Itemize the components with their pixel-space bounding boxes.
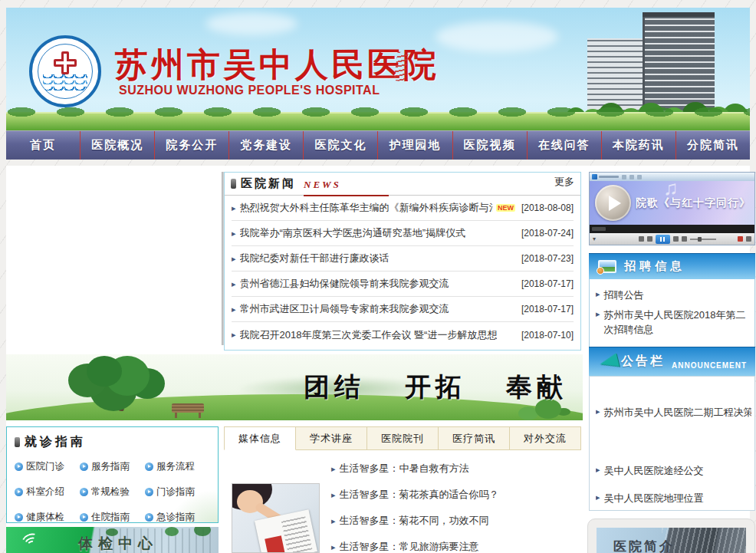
- next-icon[interactable]: [673, 236, 679, 242]
- news-link[interactable]: 我院举办“南京医科大学医患沟通研究基地”揭牌仪式: [240, 226, 466, 240]
- recruitment-title: 招聘信息: [624, 259, 685, 274]
- hospital-logo[interactable]: [29, 35, 101, 107]
- media-link[interactable]: 生活智多星：中暑自救有方法: [340, 462, 469, 476]
- volume-slider[interactable]: [690, 239, 716, 240]
- guide-link-lab-tests[interactable]: 常规检验: [80, 486, 145, 499]
- tab-medical-news[interactable]: 医疗简讯: [439, 426, 510, 450]
- guide-link-inpatient[interactable]: 住院指南: [80, 511, 145, 524]
- media-link[interactable]: 生活智多星：菊花不同，功效不同: [340, 514, 489, 528]
- playlist-icon[interactable]: [682, 236, 687, 242]
- tab-lectures[interactable]: 学术讲座: [296, 426, 367, 450]
- media-link[interactable]: 生活智多星：菊花茶真的适合你吗？: [340, 488, 499, 502]
- playlist-dropdown-icon[interactable]: ▾: [593, 235, 596, 242]
- news-row: ▸ 常州市武进区卫计局领导专家前来我院参观交流 [2018-07-17]: [232, 297, 574, 322]
- arrow-icon: ▸: [331, 542, 336, 552]
- person-icon: [597, 267, 604, 275]
- checkup-center-banner[interactable]: 体检中心: [6, 527, 219, 553]
- maximize-icon[interactable]: [629, 175, 634, 179]
- nav-item-video[interactable]: 医院视频: [453, 131, 528, 160]
- stop-icon[interactable]: [639, 236, 644, 242]
- cloud-decoration: [205, 12, 297, 35]
- guide-link-departments[interactable]: 科室介绍: [15, 486, 80, 499]
- close-icon[interactable]: [637, 175, 642, 179]
- news-link[interactable]: 我院纪委对新任干部进行廉政谈话: [240, 252, 390, 265]
- nav-item-overview[interactable]: 医院概况: [81, 131, 155, 160]
- media-article-photo[interactable]: [232, 483, 320, 553]
- news-date: [2018-07-17]: [515, 278, 574, 289]
- announcement-list: ▸ 苏州市吴中人民医院二期工程决策事 ▸ 吴中人民医院途经公交 ▸ 吴中人民医院…: [589, 376, 755, 511]
- announcement-header: 公告栏 ANNOUNCEMENT: [589, 347, 755, 376]
- player-titlebar: [590, 173, 754, 181]
- recruitment-photo-icon: [598, 260, 616, 273]
- nav-item-culture[interactable]: 医院文化: [304, 131, 378, 160]
- play-button[interactable]: [595, 185, 631, 221]
- nav-item-qa[interactable]: 在线问答: [528, 131, 602, 160]
- minimize-icon[interactable]: [622, 175, 626, 179]
- news-link[interactable]: 贵州省德江县妇幼保健院领导前来我院参观交流: [240, 277, 449, 291]
- list-item: ▸ 吴中人民医院地理位置: [596, 492, 751, 505]
- visit-guide-title: 就诊指南: [25, 434, 86, 450]
- record-icon[interactable]: [738, 236, 743, 242]
- guide-link-service-guide[interactable]: 服务指南: [80, 460, 145, 473]
- list-item: ▸ 生活智多星：中暑自救有方法: [331, 456, 577, 482]
- nav-item-home[interactable]: 首页: [6, 131, 81, 160]
- arrow-icon: ▸: [232, 330, 236, 340]
- list-item: ▸ 苏州市吴中人民医院2018年第二次招聘信息: [596, 308, 748, 337]
- announcement-link[interactable]: 苏州市吴中人民医院二期工程决策事: [604, 406, 751, 420]
- pause-button[interactable]: [656, 235, 670, 244]
- media-link[interactable]: 生活智多星：常见旅游病要注意: [340, 540, 479, 553]
- news-link[interactable]: 热烈祝贺大外科主任陈革华主编的《新编外科疾病诊断与治: [240, 201, 493, 215]
- arrow-icon: ▸: [331, 516, 336, 526]
- hospital-intro-card[interactable]: 医院简介: [587, 518, 755, 553]
- building-tower-front: [643, 17, 715, 118]
- slideshow-placeholder[interactable]: [6, 167, 222, 350]
- recruitment-link[interactable]: 招聘公告: [604, 288, 644, 303]
- nav-item-pharmacy[interactable]: 本院药讯: [602, 131, 676, 160]
- circle-arrow-icon: [80, 462, 88, 471]
- guide-link-service-flow[interactable]: 服务流程: [145, 460, 210, 473]
- circle-arrow-icon: [80, 488, 88, 496]
- list-item: ▸ 生活智多星：常见旅游病要注意: [331, 534, 577, 553]
- circle-arrow-icon: [80, 513, 88, 522]
- tab-media-info[interactable]: 媒体信息: [224, 426, 296, 450]
- tree-canopy: [87, 356, 122, 387]
- announcement-title: 公告栏: [621, 354, 665, 370]
- nav-item-nursing[interactable]: 护理园地: [378, 131, 452, 160]
- settings-icon[interactable]: [746, 236, 751, 242]
- news-date: [2018-07-24]: [515, 228, 574, 239]
- header-grass: [6, 112, 750, 130]
- news-link[interactable]: 我院召开2018年度第三次党委工作会议 暨“进一步解放思想: [240, 328, 498, 342]
- bench-decoration: [172, 403, 204, 413]
- arrow-icon: ▸: [596, 492, 600, 505]
- tab-exchange[interactable]: 对外交流: [510, 426, 581, 450]
- announcement-link[interactable]: 吴中人民医院地理位置: [604, 492, 704, 505]
- player-screen: ♫ ♪ 院歌《与红十字同行》: [590, 181, 754, 225]
- news-link[interactable]: 常州市武进区卫计局领导专家前来我院参观交流: [240, 302, 449, 316]
- news-more-link[interactable]: 更多: [554, 175, 574, 189]
- swoosh-logo-icon: [21, 531, 41, 549]
- player-title-text: [599, 176, 619, 178]
- circle-arrow-icon: [15, 488, 23, 496]
- page: 苏州市吴中人民医院 SUZHOU WUZHONG PEOPLE'S HOSPIT…: [0, 0, 756, 553]
- guide-link-emergency[interactable]: 急诊指南: [145, 511, 210, 524]
- hospital-name-en: SUZHOU WUZHONG PEOPLE'S HOSPITAL: [119, 84, 380, 97]
- media-tab-strip: 媒体信息 学术讲座 医院院刊 医疗简讯 对外交流: [224, 426, 581, 450]
- visit-guide-grid: 医院门诊 服务指南 服务流程 科室介绍 常规检验 门诊指南 健康体检 住院指南 …: [15, 460, 210, 524]
- nav-item-party[interactable]: 党务建设: [229, 131, 304, 160]
- circle-arrow-icon: [15, 462, 23, 471]
- slogan-text: 团结 开拓 奉献: [304, 370, 567, 405]
- hospital-logo-inner: [38, 44, 93, 99]
- play-icon: [609, 196, 621, 211]
- announcement-link[interactable]: 吴中人民医院途经公交: [604, 464, 704, 478]
- previous-icon[interactable]: [647, 236, 652, 242]
- arrow-icon: ▸: [232, 203, 236, 213]
- seek-bar[interactable]: [590, 225, 754, 233]
- recruitment-link[interactable]: 苏州市吴中人民医院2018年第二次招聘信息: [604, 308, 748, 337]
- nav-item-affairs[interactable]: 院务公开: [155, 131, 229, 160]
- nav-item-branch[interactable]: 分院简讯: [676, 131, 750, 160]
- tab-journal[interactable]: 医院院刊: [367, 426, 439, 450]
- guide-link-outpatient-guide[interactable]: 门诊指南: [145, 486, 210, 499]
- guide-link-checkup[interactable]: 健康体检: [15, 511, 80, 524]
- guide-link-outpatient[interactable]: 医院门诊: [15, 460, 80, 473]
- arrow-icon: ▸: [596, 308, 600, 337]
